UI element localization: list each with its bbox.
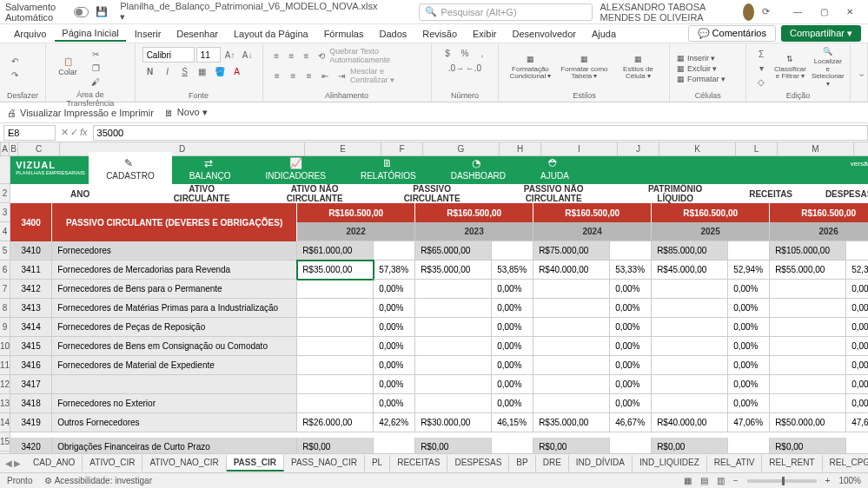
subnav-item[interactable]: ATIVO NÃO CIRCULANTE <box>254 184 375 203</box>
row-header[interactable]: 15 <box>0 432 10 452</box>
value-cell[interactable]: R$35.000,00 <box>297 260 374 280</box>
new-button[interactable]: 🗎 Novo ▾ <box>164 107 208 118</box>
percent-cell[interactable]: 0,00% <box>728 337 770 356</box>
zoom-level[interactable]: 100% <box>838 476 861 485</box>
sheet-tab[interactable]: IND_LIQUIDEZ <box>633 455 707 472</box>
user-account[interactable]: ALEXSANDRO TABOSA MENDES DE OLIVEIRA <box>600 2 754 23</box>
paste-button[interactable]: 📋Colar <box>53 47 83 89</box>
row-desc[interactable]: Fornecedores de Matérias Primas para a I… <box>52 299 297 318</box>
save-icon[interactable]: 💾 <box>96 5 108 19</box>
align-mid-button[interactable]: ≡ <box>285 49 298 62</box>
value-cell[interactable]: R$85.000,00 <box>652 241 728 260</box>
value-cell[interactable] <box>533 337 610 356</box>
ribbon-collapse[interactable]: ⌄ <box>851 43 868 102</box>
percent-cell[interactable]: 0,00% <box>492 318 533 337</box>
menu-exibir[interactable]: Exibir <box>466 27 504 41</box>
row-header[interactable]: 5 <box>0 241 10 260</box>
value-cell[interactable]: R$26.000,00 <box>297 413 374 432</box>
align-center-button[interactable]: ≡ <box>286 69 300 82</box>
orientation-button[interactable]: ⟲ <box>315 49 328 62</box>
percent-cell[interactable]: 0,00% <box>610 280 652 299</box>
nav-tab-balanço[interactable]: ⇄BALANÇO <box>172 152 248 184</box>
value-cell[interactable]: R$40.000,00 <box>652 413 728 432</box>
menu-desenhar[interactable]: Desenhar <box>169 27 225 41</box>
view-normal-button[interactable]: ▦ <box>684 476 692 485</box>
percent-cell[interactable]: 0,00% <box>846 318 868 337</box>
row-header[interactable]: 7 <box>0 280 10 299</box>
value-cell[interactable] <box>770 337 846 356</box>
percent-cell[interactable]: 46,67% <box>610 413 652 432</box>
toggle-icon[interactable] <box>74 7 89 17</box>
percent-cell[interactable]: 0,00% <box>492 299 533 318</box>
row-desc[interactable]: Fornecedores de Mercadorias para Revenda <box>52 260 297 280</box>
menu-dados[interactable]: Dados <box>372 27 414 41</box>
row-header[interactable]: 11 <box>0 356 10 375</box>
value-cell[interactable] <box>297 356 374 375</box>
value-cell[interactable]: R$35.000,00 <box>415 260 492 280</box>
value-cell[interactable]: R$45.000,00 <box>652 260 728 280</box>
row-header[interactable]: 2 <box>0 184 10 203</box>
value-cell[interactable] <box>415 356 492 375</box>
cancel-formula-button[interactable]: ✕ <box>61 127 69 138</box>
name-box[interactable]: E8 <box>3 125 56 141</box>
zoom-in-button[interactable]: + <box>825 476 831 485</box>
percent-cell[interactable]: 0,00% <box>492 375 533 394</box>
subnav-item[interactable]: PATRIMÔNIO LÍQUIDO <box>619 184 732 203</box>
value-cell[interactable]: R$35.000,00 <box>533 413 610 432</box>
row-code[interactable]: 3418 <box>10 394 52 413</box>
percent-cell[interactable]: 52,94% <box>728 260 770 280</box>
col-header-C[interactable]: C <box>18 142 60 155</box>
row-code[interactable]: 3412 <box>10 280 52 299</box>
autosum-button[interactable]: Σ <box>753 49 769 61</box>
sheet-tab[interactable]: PL <box>365 455 390 472</box>
undo-button[interactable]: ↶ <box>7 56 23 68</box>
value-cell[interactable] <box>652 299 728 318</box>
value-cell[interactable] <box>297 337 374 356</box>
dec-decimal-button[interactable]: ←.0 <box>466 62 481 74</box>
value-cell[interactable]: R$30.000,00 <box>415 413 492 432</box>
close-button[interactable]: ✕ <box>837 3 863 21</box>
row-code[interactable]: 3410 <box>10 241 52 260</box>
style-button[interactable]: ▦Estilos de Célula ▾ <box>613 48 662 89</box>
percent-cell[interactable] <box>610 241 652 260</box>
sheet-tab[interactable]: PASS_NAO_CIR <box>284 455 365 472</box>
sheet-tab[interactable]: REL_CPG <box>823 455 868 472</box>
font-name-select[interactable]: Calibri <box>142 47 195 63</box>
inc-decimal-button[interactable]: .0→ <box>448 62 464 74</box>
row-header[interactable]: 9 <box>0 318 10 337</box>
percent-cell[interactable]: 0,00% <box>728 394 770 413</box>
percent-cell[interactable] <box>846 241 868 260</box>
sheet-tab[interactable]: PASS_CIR <box>227 455 284 472</box>
sheet-tab[interactable]: REL_RENT <box>762 455 822 472</box>
row-code[interactable]: 3419 <box>10 413 52 432</box>
value-cell[interactable]: R$55.000,00 <box>770 260 846 280</box>
sheet-tab[interactable]: ATIVO_NAO_CIR <box>142 455 226 472</box>
align-bot-button[interactable]: ≡ <box>300 49 313 62</box>
percent-cell[interactable]: 0,00% <box>728 375 770 394</box>
subnav-item[interactable]: ANO <box>10 189 149 199</box>
align-right-button[interactable]: ≡ <box>302 69 316 82</box>
value-cell[interactable] <box>415 337 492 356</box>
subnav-item[interactable]: ATIVO CIRCULANTE <box>149 184 254 203</box>
percent-cell[interactable]: 52,38% <box>846 260 868 280</box>
row-desc[interactable]: Fornecedores no Exterior <box>52 394 297 413</box>
menu-inserir[interactable]: Inserir <box>128 27 169 41</box>
menu-revisão[interactable]: Revisão <box>415 27 464 41</box>
percent-cell[interactable] <box>728 241 770 260</box>
col-header-K[interactable]: K <box>659 142 736 155</box>
comments-button[interactable]: 💬 Comentários <box>688 25 776 42</box>
merge-button[interactable]: Mesclar e Centralizar ▾ <box>350 67 424 84</box>
nav-tab-relatórios[interactable]: 🗎RELATÓRIOS <box>343 152 434 184</box>
sheet-tab[interactable]: ATIVO_CIR <box>83 455 142 472</box>
subnav-item[interactable]: PASSIVO NÃO CIRCULANTE <box>488 184 619 203</box>
percent-cell[interactable]: 0,00% <box>610 375 652 394</box>
percent-cell[interactable]: 0,00% <box>374 375 415 394</box>
share-button[interactable]: Compartilhar ▾ <box>781 25 861 42</box>
fill-color-button[interactable]: 🪣 <box>212 65 228 77</box>
percent-cell[interactable]: 47,62% <box>846 413 868 432</box>
value-cell[interactable]: R$65.000,00 <box>415 241 492 260</box>
minimize-button[interactable]: — <box>785 3 811 21</box>
percent-cell[interactable]: 57,38% <box>374 260 415 280</box>
percent-cell[interactable]: 0,00% <box>374 318 415 337</box>
decrease-font-button[interactable]: A↓ <box>240 49 255 61</box>
